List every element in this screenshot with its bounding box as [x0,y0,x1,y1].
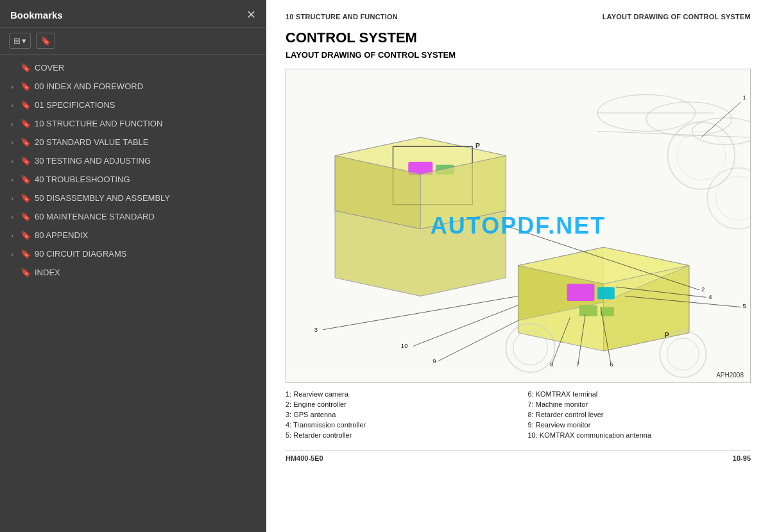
svg-text:1: 1 [743,94,746,101]
chevron-icon: › [8,83,17,90]
watermark: AUTOPDF.NET [431,212,606,239]
legend-item: 10: KOMTRAX communication antenna [528,431,751,440]
sidebar-item-label: INDEX [35,268,60,277]
sidebar-item-s50[interactable]: ›🔖50 DISASSEMBLY AND ASSEMBLY [0,189,266,207]
sidebar-item-label: 00 INDEX AND FOREWORD [35,82,143,91]
sidebar-item-s80[interactable]: ›🔖80 APPENDIX [0,226,266,245]
svg-rect-26 [601,307,614,316]
legend-item: 9: Rearview monitor [528,420,751,429]
svg-text:3: 3 [314,326,318,333]
legend-item: 4: Transmission controller [286,420,509,429]
legend-item: 7: Machine monitor [528,400,751,409]
document-title: CONTROL SYSTEM [286,30,751,46]
sidebar-item-s30[interactable]: ›🔖30 TESTING AND ADJUSTING [0,151,266,170]
bookmark-icon: 🔖 [21,82,31,91]
chevron-icon: › [8,101,17,109]
sidebar-item-s10[interactable]: ›🔖10 STRUCTURE AND FUNCTION [0,114,266,133]
bookmark-icon: 🔖 [21,119,31,128]
bookmark-icon: 🔖 [21,212,31,221]
sidebar-item-label: 10 STRUCTURE AND FUNCTION [35,119,162,128]
diagram-id: APH2008 [716,372,744,379]
chevron-icon: › [8,250,17,258]
sidebar-item-label: 60 MAINTENANCE STANDARD [35,212,155,221]
svg-text:4: 4 [708,293,712,300]
sidebar-title: Bookmarks [10,10,63,21]
sidebar-item-s20[interactable]: ›🔖20 STANDARD VALUE TABLE [0,133,266,151]
sidebar-item-s00[interactable]: ›🔖00 INDEX AND FOREWORD [0,77,266,96]
sidebar-item-label: 50 DISASSEMBLY AND ASSEMBLY [35,193,170,203]
chevron-icon: › [8,139,17,146]
list-view-chevron-icon: ▾ [22,36,26,46]
sidebar-item-cover[interactable]: 🔖COVER [0,58,266,77]
page-header-strip: 10 STRUCTURE AND FUNCTION LAYOUT DRAWING… [286,13,751,21]
chevron-icon: › [8,120,17,128]
sidebar-item-label: COVER [35,63,64,73]
sidebar-item-s90[interactable]: ›🔖90 CIRCUIT DIAGRAMS [0,245,266,263]
legend-item: 1: Rearview camera [286,390,509,399]
svg-text:2: 2 [701,286,705,293]
chevron-icon: › [8,194,17,202]
svg-rect-25 [579,305,598,316]
bookmark-icon: 🔖 [21,175,31,184]
legend-item: 6: KOMTRAX terminal [528,390,751,399]
chevron-icon: › [8,157,17,165]
svg-text:P: P [665,332,669,339]
bookmark-view-button[interactable]: 🔖 [36,33,55,49]
sidebar-item-label: 01 SPECIFICATIONS [35,100,115,110]
chevron-icon: › [8,213,17,221]
svg-text:9: 9 [432,357,436,365]
sidebar-header: Bookmarks ✕ [0,0,266,28]
bookmark-icon: 🔖 [21,137,31,147]
list-view-button[interactable]: ⊞ ▾ [9,33,31,49]
chevron-icon: › [8,232,17,239]
svg-rect-24 [597,287,615,299]
sidebar: Bookmarks ✕ ⊞ ▾ 🔖 🔖COVER›🔖00 INDEX AND F… [0,0,266,532]
bookmark-icon: 🔖 [21,193,31,203]
page-header-right: LAYOUT DRAWING OF CONTROL SYSTEM [603,13,751,21]
chevron-icon: › [8,176,17,184]
svg-text:10: 10 [401,342,408,349]
legend-item: 3: GPS antenna [286,410,509,419]
document-subtitle: LAYOUT DRAWING OF CONTROL SYSTEM [286,50,751,60]
page-footer: HM400-5E0 10-95 [286,450,751,462]
sidebar-item-s40[interactable]: ›🔖40 TROUBLESHOOTING [0,170,266,189]
sidebar-toolbar: ⊞ ▾ 🔖 [0,28,266,55]
bookmark-icon: 🔖 [21,100,31,110]
main-content: 10 STRUCTURE AND FUNCTION LAYOUT DRAWING… [266,0,770,532]
sidebar-item-label: 80 APPENDIX [35,230,88,240]
page-header-left: 10 STRUCTURE AND FUNCTION [286,13,398,21]
list-view-icon: ⊞ [13,36,21,46]
bookmark-icon: 🔖 [21,63,31,73]
footer-page: 10-95 [733,454,751,462]
bookmark-icon: 🔖 [21,156,31,166]
close-button[interactable]: ✕ [246,9,256,21]
legend-item: 8: Retarder control lever [528,410,751,419]
legend-item: 5: Retarder controller [286,431,509,440]
sidebar-list: 🔖COVER›🔖00 INDEX AND FOREWORD›🔖01 SPECIF… [0,55,266,532]
sidebar-item-label: 20 STANDARD VALUE TABLE [35,137,149,147]
svg-text:5: 5 [743,302,746,309]
sidebar-item-s01[interactable]: ›🔖01 SPECIFICATIONS [0,96,266,114]
sidebar-item-label: 30 TESTING AND ADJUSTING [35,156,151,166]
bookmark-icon: 🔖 [21,230,31,240]
sidebar-item-index[interactable]: 🔖INDEX [0,263,266,282]
svg-rect-23 [567,284,595,301]
footer-model: HM400-5E0 [286,454,323,462]
bookmark-icon: 🔖 [21,249,31,259]
sidebar-item-label: 40 TROUBLESHOOTING [35,175,130,184]
sidebar-item-label: 90 CIRCUIT DIAGRAMS [35,249,127,259]
legend-item: 2: Engine controller [286,400,509,409]
sidebar-item-s60[interactable]: ›🔖60 MAINTENANCE STANDARD [0,207,266,226]
bookmark-icon: 🔖 [21,268,31,277]
bookmark-icon: 🔖 [40,36,51,46]
legend-grid: 1: Rearview camera6: KOMTRAX terminal2: … [286,390,751,440]
svg-text:P: P [475,142,480,150]
diagram-container: AUTOPDF.NET P [286,69,751,383]
